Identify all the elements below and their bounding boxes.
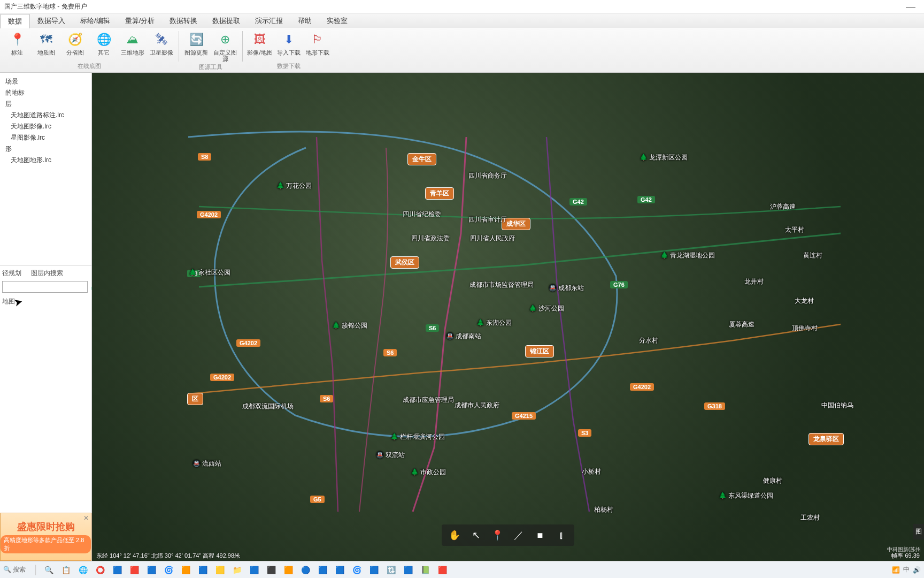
map-tool-3[interactable]: ／	[508, 527, 529, 544]
minimize-button[interactable]: —	[902, 1, 920, 12]
poi-label: 沙河公园	[529, 304, 564, 313]
taskbar-app-8[interactable]: 🟧	[179, 563, 192, 577]
map-tool-5[interactable]: ⫿	[551, 527, 572, 544]
menu-1[interactable]: 数据导入	[30, 14, 73, 28]
search-source[interactable]: 地图	[2, 297, 89, 306]
highway-badge: S6	[320, 395, 333, 402]
taskbar-app-3[interactable]: ⭕	[93, 563, 107, 577]
taskbar-app-10[interactable]: 🟨	[213, 563, 227, 577]
highway-badge: G318	[704, 402, 725, 410]
taskbar-app-14[interactable]: 🟧	[281, 563, 295, 577]
layers-toggle[interactable]: 图	[913, 524, 924, 539]
tree-node[interactable]: 层	[2, 98, 89, 110]
taskbar-app-13[interactable]: ⬛	[264, 563, 278, 577]
poi-label: 四川省商务厅	[468, 171, 507, 180]
menu-0[interactable]: 数据	[0, 14, 30, 28]
taskbar-app-2[interactable]: 🌐	[76, 563, 90, 577]
search-input[interactable]	[2, 281, 88, 293]
map-tool-0[interactable]: ✋	[444, 527, 465, 544]
window-title: 国产三维数字地球 - 免费用户	[4, 2, 87, 11]
taskbar-app-21[interactable]: 🟦	[401, 563, 415, 577]
taskbar-search[interactable]: 🔍 搜索	[3, 565, 26, 574]
poi-label: 龙潭新区公园	[640, 153, 688, 162]
tree-leaf[interactable]: 星图影像.lrc	[2, 132, 89, 143]
taskbar-app-1[interactable]: 📋	[59, 563, 73, 577]
tray-icon[interactable]: 中	[903, 565, 910, 574]
tree-leaf[interactable]: 天地图道路标注.lrc	[2, 110, 89, 121]
ribbon-数据下载-2[interactable]: 🏳地形下载	[304, 29, 332, 61]
poi-label: 成都市市场监督管理局	[469, 280, 534, 290]
highway-badge: G4202	[630, 383, 654, 391]
menu-5[interactable]: 数据提取	[205, 14, 248, 28]
ribbon-图源工具-1[interactable]: ⊕自定义图源	[211, 29, 239, 62]
taskbar-app-22[interactable]: 📗	[418, 563, 432, 577]
ribbon-数据下载-0[interactable]: 🖼影像/地图	[246, 29, 274, 61]
highway-badge: G4202	[210, 374, 234, 381]
tree-node[interactable]: 场景	[2, 76, 89, 87]
menu-bar: 数据数据导入标绘/编辑量算/分析数据转换数据提取演示汇报帮助实验室	[0, 14, 924, 28]
taskbar-app-19[interactable]: 🟦	[367, 563, 381, 577]
tray-icon[interactable]: 📶	[892, 566, 900, 574]
ribbon-图源工具-0[interactable]: 🔄图源更新	[182, 29, 210, 62]
map-tool-1[interactable]: ↖	[465, 527, 487, 544]
taskbar-app-23[interactable]: 🟥	[435, 563, 449, 577]
taskbar-app-5[interactable]: 🟥	[127, 563, 141, 577]
tab-layer-search[interactable]: 图层内搜索	[31, 269, 63, 278]
ribbon-数据下载-1[interactable]: ⬇导入下载	[275, 29, 303, 61]
tab-route[interactable]: 径规划	[2, 269, 21, 278]
ribbon-在线底图-2[interactable]: 🧭分省图	[61, 29, 89, 61]
menu-8[interactable]: 实验室	[319, 14, 355, 28]
taskbar-app-4[interactable]: 🟦	[110, 563, 124, 577]
poi-label: 双流站	[376, 451, 405, 460]
poi-label: 沪蓉高速	[770, 202, 796, 211]
map-toolbar: ✋↖📍／■⫿	[442, 524, 574, 546]
ribbon-在线底图-4[interactable]: ⛰三维地形	[119, 29, 147, 61]
menu-6[interactable]: 演示汇报	[248, 14, 290, 28]
highway-badge: S3	[578, 429, 591, 437]
taskbar-app-15[interactable]: 🔵	[298, 563, 312, 577]
taskbar-app-6[interactable]: 🟦	[144, 563, 158, 577]
ribbon-在线底图-5[interactable]: 🛰卫星影像	[148, 29, 175, 61]
taskbar-app-18[interactable]: 🌀	[350, 563, 364, 577]
tree-leaf[interactable]: 天地图地形.lrc	[2, 155, 89, 166]
tree-leaf[interactable]: 天地图影像.lrc	[2, 121, 89, 132]
taskbar-app-12[interactable]: 🟦	[247, 563, 261, 577]
poi-label: 顶佛寺村	[792, 324, 818, 333]
ribbon-在线底图-0[interactable]: 📍标注	[3, 29, 31, 61]
taskbar-app-0[interactable]: 🔍	[42, 563, 56, 577]
taskbar-app-9[interactable]: 🟦	[196, 563, 210, 577]
taskbar-app-7[interactable]: 🌀	[161, 563, 175, 577]
tray-icon[interactable]: 🔊	[913, 566, 921, 574]
ribbon-在线底图-3[interactable]: 🌐其它	[90, 29, 118, 61]
taskbar: 🔍 搜索│🔍📋🌐⭕🟦🟥🟦🌀🟧🟦🟨📁🟦⬛🟧🔵🟦🟦🌀🟦🔃🟦📗🟥📶中🔊	[0, 561, 924, 578]
taskbar-app-20[interactable]: 🔃	[384, 563, 398, 577]
tree-node[interactable]: 的地标	[2, 87, 89, 98]
search-panel: 径规划 图层内搜索 ⌕ 地图	[0, 265, 91, 309]
ribbon: 📍标注🗺地质图🧭分省图🌐其它⛰三维地形🛰卫星影像在线底图🔄图源更新⊕自定义图源图…	[0, 28, 924, 73]
poi-label: 工农村	[800, 513, 820, 522]
close-icon[interactable]: ✕	[83, 514, 89, 522]
poi-label: 成都市应急管理局	[403, 396, 454, 405]
map-tool-4[interactable]: ■	[529, 527, 551, 544]
poi-label: 成都南站	[446, 332, 481, 341]
map-tool-2[interactable]: 📍	[487, 527, 508, 544]
tree-node[interactable]: 形	[2, 143, 89, 155]
menu-4[interactable]: 数据转换	[162, 14, 205, 28]
menu-3[interactable]: 量算/分析	[118, 14, 163, 28]
poi-label: 黄连村	[803, 251, 822, 260]
taskbar-app-17[interactable]: 🟦	[333, 563, 346, 577]
poi-label: 青龙湖湿地公园	[660, 251, 715, 260]
poi-label: 流西站	[192, 459, 221, 468]
menu-2[interactable]: 标绘/编辑	[73, 14, 118, 28]
poi-label: 家社区公园	[189, 268, 230, 277]
map-canvas[interactable]: S8G4202S8G4202G4202S6S6S6G4215S3G5G42G42…	[92, 73, 924, 561]
poi-label: 东风渠绿道公园	[719, 491, 773, 500]
taskbar-app-16[interactable]: 🟦	[315, 563, 329, 577]
menu-7[interactable]: 帮助	[290, 14, 319, 28]
taskbar-app-11[interactable]: 📁	[230, 563, 244, 577]
district-label: 锦江区	[525, 345, 554, 358]
ribbon-在线底图-1[interactable]: 🗺地质图	[32, 29, 60, 61]
ad-banner[interactable]: ✕ 盛惠限时抢购 高精度地形等多款产品低至 2.8 折	[0, 513, 91, 561]
poi-label: 成都市人民政府	[455, 401, 499, 410]
layer-tree[interactable]: 场景的地标层天地图道路标注.lrc天地图影像.lrc星图影像.lrc形天地图地形…	[0, 73, 91, 265]
